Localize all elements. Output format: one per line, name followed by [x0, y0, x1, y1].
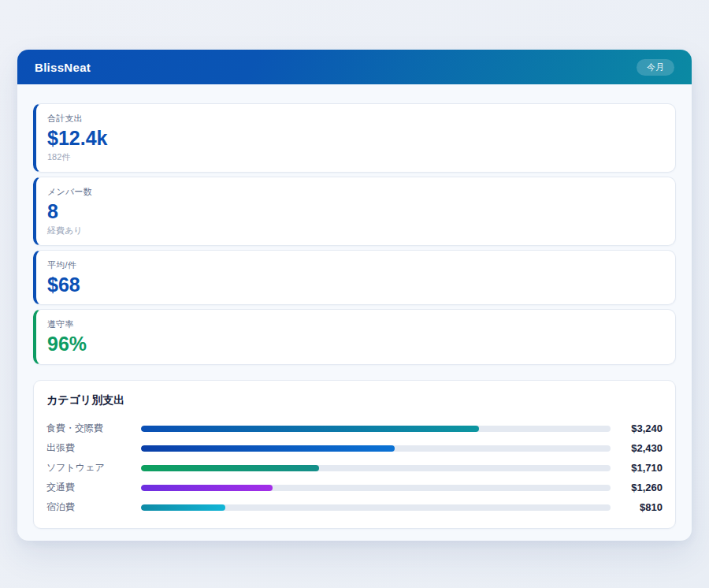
period-badge[interactable]: 今月 [637, 59, 674, 76]
app-header: BlissNeat 今月 [17, 50, 692, 84]
category-label: 出張費 [46, 441, 141, 455]
category-amount: $1,260 [611, 482, 663, 493]
dashboard-content: 合計支出 $12.4k 182件 メンバー数 8 経費あり 平均/件 $68 遵… [17, 84, 692, 529]
stat-value: 8 [47, 200, 663, 223]
stat-card: 合計支出 $12.4k 182件 [33, 103, 676, 173]
category-bar-track [141, 465, 611, 471]
stat-value: 96% [47, 333, 663, 355]
category-row: 出張費 $2,430 [46, 438, 663, 458]
stat-card: 遵守率 96% [33, 309, 676, 365]
category-row: 交通費 $1,260 [46, 478, 663, 497]
category-amount: $3,240 [611, 422, 663, 434]
category-label: ソフトウェア [46, 461, 141, 474]
category-row: 食費・交際費 $3,240 [46, 419, 663, 438]
stat-sub: 182件 [47, 151, 663, 163]
category-amount: $2,430 [611, 442, 663, 454]
category-bar-list: 食費・交際費 $3,240 出張費 $2,430 ソフトウェア $1,710 交… [46, 419, 663, 517]
dashboard-panel: BlissNeat 今月 合計支出 $12.4k 182件 メンバー数 8 経費… [17, 50, 692, 541]
category-bar-track [141, 426, 611, 432]
category-bar-fill [141, 426, 479, 432]
category-label: 宿泊費 [46, 501, 141, 514]
app-title: BlissNeat [35, 61, 91, 74]
stat-label: 合計支出 [47, 113, 663, 125]
stat-value: $12.4k [47, 127, 663, 150]
stat-label: 遵守率 [47, 318, 663, 330]
stat-label: メンバー数 [47, 186, 663, 198]
category-bar-track [141, 504, 611, 511]
category-amount: $1,710 [611, 462, 663, 474]
category-bar-fill [141, 445, 395, 452]
stat-sub: 経費あり [47, 225, 663, 236]
category-bar-fill [141, 485, 273, 491]
category-row: ソフトウェア $1,710 [46, 458, 663, 478]
category-label: 交通費 [46, 481, 141, 494]
category-label: 食費・交際費 [46, 422, 141, 435]
category-bar-track [141, 445, 611, 452]
stat-card: 平均/件 $68 [33, 250, 676, 306]
stat-value: $68 [47, 274, 663, 296]
stat-card: メンバー数 8 経費あり [33, 177, 676, 246]
category-bar-track [141, 485, 611, 491]
category-spending-card: カテゴリ別支出 食費・交際費 $3,240 出張費 $2,430 ソフトウェア … [33, 380, 676, 529]
category-section-title: カテゴリ別支出 [46, 393, 663, 408]
category-bar-fill [141, 465, 319, 471]
category-row: 宿泊費 $810 [46, 497, 663, 517]
stat-label: 平均/件 [47, 259, 663, 271]
category-bar-fill [141, 504, 225, 511]
stats-list: 合計支出 $12.4k 182件 メンバー数 8 経費あり 平均/件 $68 遵… [33, 103, 676, 365]
category-amount: $810 [611, 501, 663, 513]
